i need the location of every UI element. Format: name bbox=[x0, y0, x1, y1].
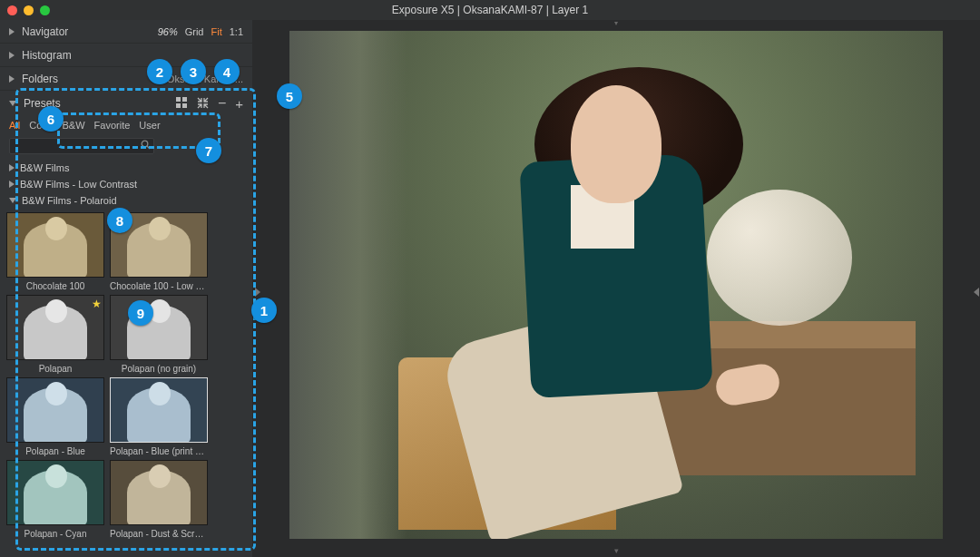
preset-thumb-label: Polapan (no grain) bbox=[110, 364, 208, 374]
filter-all[interactable]: All bbox=[9, 120, 20, 131]
preset-section-bw-films[interactable]: B&W Films bbox=[4, 160, 249, 176]
preset-filter-row: All Color B&W Favorite User bbox=[0, 116, 252, 134]
right-panel-handle[interactable] bbox=[973, 278, 980, 306]
filter-color[interactable]: Color bbox=[29, 120, 53, 131]
viewer-topbar: ▾ bbox=[252, 20, 980, 27]
add-preset-icon[interactable]: + bbox=[235, 97, 243, 111]
preset-polapan-cyan[interactable]: Polapan - Cyan bbox=[5, 460, 105, 539]
svg-rect-2 bbox=[176, 103, 181, 108]
filter-favorite[interactable]: Favorite bbox=[94, 120, 131, 131]
svg-rect-0 bbox=[176, 97, 181, 102]
preset-list: B&W Films B&W Films - Low Contrast B&W F… bbox=[0, 160, 252, 557]
presets-panel: Presets − + All Co bbox=[0, 91, 252, 557]
zoom-grid[interactable]: Grid bbox=[185, 26, 204, 37]
svg-rect-1 bbox=[182, 97, 187, 102]
folders-subtext: Oksana Kami P... bbox=[167, 73, 243, 84]
chevron-down-icon bbox=[9, 198, 16, 203]
grid-view-icon[interactable] bbox=[176, 97, 188, 111]
window-title: Exposure X5 | OksanaKAMI-87 | Layer 1 bbox=[392, 4, 588, 16]
preset-thumb-image: ★ bbox=[6, 295, 104, 360]
bottom-drag-handle-icon[interactable]: ▾ bbox=[614, 546, 619, 555]
zoom-fit[interactable]: Fit bbox=[211, 26, 221, 37]
left-panel-handle[interactable] bbox=[254, 278, 261, 306]
section-label: B&W Films bbox=[20, 162, 69, 173]
preset-search-input[interactable] bbox=[9, 138, 154, 154]
zoom-percent[interactable]: 96% bbox=[158, 26, 178, 37]
collapse-icon[interactable] bbox=[197, 97, 209, 111]
preset-polapan-blue[interactable]: Polapan - Blue bbox=[5, 377, 105, 456]
preset-thumb-image bbox=[110, 212, 208, 278]
navigator-panel-header[interactable]: Navigator 96% Grid Fit 1:1 bbox=[0, 20, 252, 44]
preset-thumb-label: Chocolate 100 bbox=[6, 281, 104, 291]
close-window-button[interactable] bbox=[7, 5, 17, 15]
folders-label: Folders bbox=[22, 73, 58, 85]
section-label: B&W Films - Low Contrast bbox=[20, 179, 137, 190]
chevron-right-icon bbox=[9, 52, 15, 59]
window-controls bbox=[7, 5, 50, 15]
search-icon bbox=[141, 140, 151, 151]
preset-chocolate-100[interactable]: Chocolate 100 bbox=[5, 212, 105, 291]
minimize-window-button[interactable] bbox=[24, 5, 34, 15]
histogram-panel-header[interactable]: Histogram bbox=[0, 44, 252, 67]
main-photo bbox=[289, 31, 943, 539]
chevron-right-icon bbox=[9, 75, 15, 83]
chevron-right-icon bbox=[9, 28, 15, 35]
svg-line-5 bbox=[147, 146, 150, 149]
filter-user[interactable]: User bbox=[139, 120, 160, 131]
titlebar: Exposure X5 | OksanaKAMI-87 | Layer 1 bbox=[0, 0, 980, 20]
zoom-one-to-one[interactable]: 1:1 bbox=[230, 26, 243, 37]
top-drag-handle-icon[interactable]: ▾ bbox=[610, 22, 622, 25]
left-sidebar: Navigator 96% Grid Fit 1:1 Histogram Fol… bbox=[0, 20, 252, 557]
preset-search-row bbox=[0, 134, 252, 160]
preset-thumb-label: Polapan - Blue bbox=[6, 446, 104, 456]
presets-panel-header[interactable]: Presets − + bbox=[0, 91, 252, 116]
preset-thumb-label: Polapan - Cyan bbox=[6, 529, 104, 539]
favorite-star-icon: ★ bbox=[92, 298, 102, 310]
fullscreen-window-button[interactable] bbox=[40, 5, 50, 15]
preset-chocolate-100-low[interactable]: Chocolate 100 - Low Contrast bbox=[109, 212, 209, 291]
image-stage[interactable] bbox=[272, 31, 960, 539]
remove-preset-icon[interactable]: − bbox=[218, 96, 226, 111]
preset-thumb-image bbox=[110, 377, 208, 443]
preset-polapan-dust[interactable]: Polapan - Dust & Scratches bbox=[109, 460, 209, 539]
preset-thumb-label: Polapan bbox=[6, 364, 104, 374]
app-body: Navigator 96% Grid Fit 1:1 Histogram Fol… bbox=[0, 20, 980, 557]
preset-thumb-label: Polapan - Blue (print border) bbox=[110, 446, 208, 456]
preset-thumbnails: Chocolate 100 Chocolate 100 - Low Contra… bbox=[4, 209, 249, 542]
presets-label: Presets bbox=[24, 97, 61, 110]
preset-polapan[interactable]: ★ Polapan bbox=[5, 295, 105, 374]
preset-thumb-label: Polapan - Dust & Scratches bbox=[110, 529, 208, 539]
section-label: B&W Films - Polaroid bbox=[22, 195, 117, 206]
preset-polapan-blue-border[interactable]: Polapan - Blue (print border) bbox=[109, 377, 209, 456]
chevron-right-icon bbox=[9, 181, 15, 188]
svg-rect-3 bbox=[182, 103, 187, 108]
navigator-label: Navigator bbox=[22, 25, 68, 38]
preset-thumb-label: Chocolate 100 - Low Contrast bbox=[110, 281, 208, 291]
image-viewer: ▾ ▾ bbox=[252, 20, 980, 557]
preset-thumb-image bbox=[6, 377, 104, 443]
chevron-right-icon bbox=[9, 164, 15, 171]
histogram-label: Histogram bbox=[22, 49, 72, 62]
preset-thumb-image bbox=[110, 460, 208, 525]
preset-thumb-image bbox=[110, 295, 208, 360]
svg-point-4 bbox=[142, 141, 148, 147]
folders-panel-header[interactable]: Folders Oksana Kami P... bbox=[0, 67, 252, 91]
filter-bw[interactable]: B&W bbox=[63, 120, 85, 131]
chevron-down-icon bbox=[9, 101, 16, 106]
preset-section-bw-low[interactable]: B&W Films - Low Contrast bbox=[4, 176, 249, 192]
preset-thumb-image bbox=[6, 212, 104, 278]
preset-polapan-nograin[interactable]: Polapan (no grain) bbox=[109, 295, 209, 374]
preset-section-polaroid[interactable]: B&W Films - Polaroid bbox=[4, 192, 249, 209]
preset-thumb-image bbox=[6, 460, 104, 525]
